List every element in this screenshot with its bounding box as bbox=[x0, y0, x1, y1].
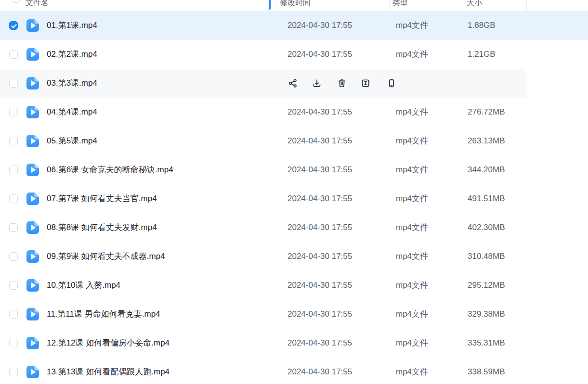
file-size: 329.38MB bbox=[468, 300, 505, 329]
row-checkbox[interactable] bbox=[9, 50, 18, 59]
file-modified-time: 2024-04-30 17:55 bbox=[287, 155, 352, 184]
file-type: mp4文件 bbox=[396, 127, 428, 155]
file-name[interactable]: 05.第5课.mp4 bbox=[47, 127, 97, 155]
file-type: mp4文件 bbox=[396, 155, 428, 184]
file-modified-time: 2024-04-30 17:55 bbox=[287, 127, 352, 155]
file-modified-time: 2024-04-30 17:55 bbox=[287, 40, 352, 69]
file-size: 1.88GB bbox=[468, 11, 496, 40]
table-row[interactable]: 04.第4课.mp42024-04-30 17:55mp4文件276.72MB bbox=[0, 98, 588, 127]
row-checkbox[interactable] bbox=[9, 108, 18, 116]
video-file-icon bbox=[26, 106, 39, 118]
table-row[interactable]: 05.第5课.mp42024-04-30 17:55mp4文件263.13MB bbox=[0, 127, 588, 155]
row-checkbox[interactable] bbox=[9, 281, 18, 290]
file-size: 335.31MB bbox=[468, 329, 505, 358]
file-name[interactable]: 04.第4课.mp4 bbox=[47, 98, 97, 127]
row-checkbox[interactable] bbox=[9, 252, 18, 261]
column-separator bbox=[526, 0, 527, 11]
file-modified-time: 2024-04-30 17:55 bbox=[287, 184, 352, 213]
file-list: 01.第1课.mp42024-04-30 17:55mp4文件1.88GB02.… bbox=[0, 11, 588, 384]
file-name[interactable]: 10.第10课 入赘.mp4 bbox=[47, 271, 120, 300]
video-file-icon bbox=[26, 135, 39, 147]
file-name[interactable]: 01.第1课.mp4 bbox=[47, 11, 97, 40]
file-size: 1.21GB bbox=[468, 40, 496, 69]
column-header-size[interactable]: 大小 bbox=[467, 0, 482, 9]
file-size: 491.51MB bbox=[468, 184, 505, 213]
file-type: mp4文件 bbox=[396, 358, 428, 384]
column-header-name[interactable]: 文件名 bbox=[26, 0, 49, 9]
file-modified-time: 2024-04-30 17:55 bbox=[287, 11, 352, 40]
column-separator bbox=[389, 0, 390, 11]
table-row[interactable]: 07.第7课 如何看丈夫当官.mp42024-04-30 17:55mp4文件4… bbox=[0, 184, 588, 213]
video-file-icon bbox=[26, 279, 39, 292]
file-modified-time: 2024-04-30 17:55 bbox=[287, 329, 352, 358]
row-checkbox[interactable] bbox=[9, 310, 18, 319]
row-checkbox[interactable] bbox=[9, 137, 18, 145]
video-file-icon bbox=[26, 250, 39, 263]
file-size: 295.12MB bbox=[468, 271, 505, 300]
table-row[interactable]: 11.第11课 男命如何看克妻.mp42024-04-30 17:55mp4文件… bbox=[0, 300, 588, 329]
video-file-icon bbox=[26, 337, 39, 349]
file-size: 310.48MB bbox=[468, 242, 505, 271]
row-checkbox[interactable] bbox=[9, 194, 18, 203]
row-checkbox[interactable] bbox=[9, 79, 18, 88]
file-size: 263.13MB bbox=[468, 127, 505, 155]
table-row[interactable]: 08.第8课 如何看丈夫发财.mp42024-04-30 17:55mp4文件4… bbox=[0, 213, 588, 242]
table-row[interactable]: 02.第2课.mp42024-04-30 17:55mp4文件1.21GB bbox=[0, 40, 588, 69]
video-file-icon bbox=[26, 221, 39, 234]
file-size: 276.72MB bbox=[468, 98, 505, 127]
table-row[interactable]: 03.第3课.mp4 bbox=[0, 69, 588, 98]
video-file-icon bbox=[26, 164, 39, 176]
mobile-icon[interactable] bbox=[387, 78, 396, 88]
table-row[interactable]: 12.第12课 如何看偏房小妾命.mp42024-04-30 17:55mp4文… bbox=[0, 329, 588, 358]
row-checkbox[interactable] bbox=[9, 21, 18, 30]
share-icon[interactable] bbox=[288, 78, 298, 88]
file-size: 344.20MB bbox=[468, 155, 505, 184]
file-name[interactable]: 06.第6课 女命克夫的断命秘诀.mp4 bbox=[47, 155, 173, 184]
row-checkbox[interactable] bbox=[9, 368, 18, 376]
table-row[interactable]: 06.第6课 女命克夫的断命秘诀.mp42024-04-30 17:55mp4文… bbox=[0, 155, 588, 184]
video-file-icon bbox=[26, 366, 39, 378]
file-type: mp4文件 bbox=[396, 242, 428, 271]
file-name[interactable]: 08.第8课 如何看丈夫发财.mp4 bbox=[47, 213, 157, 242]
file-modified-time: 2024-04-30 17:55 bbox=[287, 213, 352, 242]
file-size: 338.59MB bbox=[468, 358, 505, 384]
row-checkbox[interactable] bbox=[9, 166, 18, 174]
file-type: mp4文件 bbox=[396, 329, 428, 358]
column-separator bbox=[276, 0, 276, 11]
column-header-type[interactable]: 类型 bbox=[392, 0, 408, 9]
rename-icon[interactable] bbox=[361, 78, 370, 88]
sort-indicator-icon bbox=[269, 0, 271, 10]
file-type: mp4文件 bbox=[396, 40, 428, 69]
file-modified-time: 2024-04-30 17:55 bbox=[287, 98, 352, 127]
download-icon[interactable] bbox=[312, 78, 322, 88]
file-type: mp4文件 bbox=[396, 184, 428, 213]
column-separator bbox=[461, 0, 461, 11]
video-file-icon bbox=[26, 48, 39, 61]
table-row[interactable]: 13.第13课 如何看配偶跟人跑.mp42024-04-30 17:55mp4文… bbox=[0, 358, 588, 384]
file-name[interactable]: 13.第13课 如何看配偶跟人跑.mp4 bbox=[47, 358, 170, 384]
table-row[interactable]: 01.第1课.mp42024-04-30 17:55mp4文件1.88GB bbox=[0, 11, 588, 40]
video-file-icon bbox=[26, 77, 39, 90]
file-name[interactable]: 07.第7课 如何看丈夫当官.mp4 bbox=[47, 184, 157, 213]
file-type: mp4文件 bbox=[396, 300, 428, 329]
file-type: mp4文件 bbox=[396, 98, 428, 127]
file-type: mp4文件 bbox=[396, 271, 428, 300]
file-list-header: 文件名 修改时间 类型 大小 bbox=[0, 0, 588, 11]
file-name[interactable]: 03.第3课.mp4 bbox=[47, 69, 97, 98]
file-modified-time: 2024-04-30 17:55 bbox=[287, 242, 352, 271]
column-header-mtime[interactable]: 修改时间 bbox=[280, 0, 311, 9]
file-name[interactable]: 02.第2课.mp4 bbox=[47, 40, 97, 69]
video-file-icon bbox=[26, 192, 39, 205]
select-all-checkbox[interactable] bbox=[12, 0, 20, 3]
file-type: mp4文件 bbox=[396, 213, 428, 242]
row-checkbox[interactable] bbox=[9, 223, 18, 232]
table-row[interactable]: 10.第10课 入赘.mp42024-04-30 17:55mp4文件295.1… bbox=[0, 271, 588, 300]
row-checkbox[interactable] bbox=[9, 339, 18, 347]
delete-icon[interactable] bbox=[337, 78, 347, 88]
table-row[interactable]: 09.第9课 如何看丈夫不成器.mp42024-04-30 17:55mp4文件… bbox=[0, 242, 588, 271]
video-file-icon bbox=[26, 19, 39, 32]
file-name[interactable]: 09.第9课 如何看丈夫不成器.mp4 bbox=[47, 242, 165, 271]
file-name[interactable]: 11.第11课 男命如何看克妻.mp4 bbox=[47, 300, 160, 329]
file-name[interactable]: 12.第12课 如何看偏房小妾命.mp4 bbox=[47, 329, 170, 358]
file-modified-time: 2024-04-30 17:55 bbox=[287, 358, 352, 384]
